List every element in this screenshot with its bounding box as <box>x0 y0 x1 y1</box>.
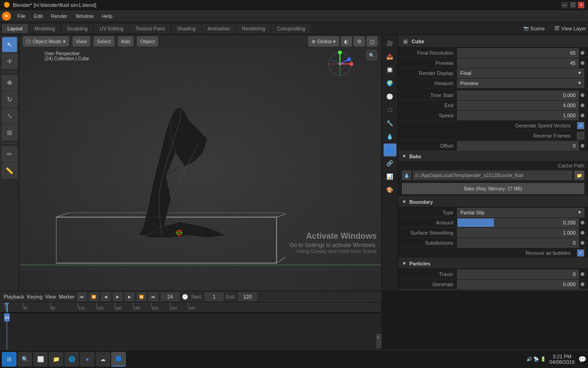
preview-value[interactable]: 45 <box>457 58 579 68</box>
notification-icon[interactable]: 💬 <box>578 356 586 363</box>
offset-value[interactable]: 0 <box>457 141 579 150</box>
blender-logo-menu[interactable]: B <box>2 12 11 21</box>
menu-file[interactable]: File <box>14 12 29 20</box>
prev-frame-btn[interactable]: ⏪ <box>89 293 98 301</box>
titlebar-controls[interactable]: — ☐ ✕ <box>561 2 584 8</box>
first-frame-btn[interactable]: ⏮ <box>77 293 86 301</box>
viewport-canvas[interactable]: 🔍 Activate Windows Go to Settings to act… <box>19 48 381 291</box>
chrome-taskbar[interactable]: ● <box>80 352 95 367</box>
global-transform[interactable]: ⊕ Global ▾ <box>308 36 339 46</box>
remove-air-bubbles-checkbox[interactable]: ✓ <box>577 249 584 257</box>
prop-tab-object[interactable]: ⬡ <box>384 104 396 116</box>
tab-uv-editing[interactable]: UV Editing <box>94 24 129 33</box>
select-tool[interactable]: ↖ <box>2 37 17 52</box>
boundary-section-header[interactable]: ▼ Boundary <box>398 196 588 207</box>
onedrive-taskbar[interactable]: ☁ <box>96 352 110 367</box>
prop-tab-modifiers[interactable]: 🔧 <box>384 117 396 130</box>
viewport-select-btn[interactable]: Select <box>94 36 114 46</box>
file-explorer-taskbar[interactable]: 📁 <box>49 352 63 367</box>
current-frame[interactable]: 24 <box>161 293 179 301</box>
prop-tab-render[interactable]: 🎥 <box>384 37 396 50</box>
transform-tool[interactable]: ⊞ <box>2 125 17 140</box>
play-btn[interactable]: ▶ <box>113 293 122 301</box>
tab-layout[interactable]: Layout <box>2 24 28 33</box>
tab-texture-paint[interactable]: Texture Paint <box>130 24 170 33</box>
generate-value[interactable]: 0.000 <box>457 280 579 289</box>
prop-tab-world[interactable]: ⚪ <box>384 90 396 103</box>
cache-path-input[interactable]: //..\AppData\Local\Temp\blender_a15120\c… <box>413 171 572 180</box>
prop-tab-particles[interactable]: 💧 <box>384 130 396 143</box>
task-view-button[interactable]: ⬜ <box>33 352 48 367</box>
final-res-value[interactable]: 65 <box>457 48 579 58</box>
render-display-select[interactable]: Final ▾ <box>457 69 584 78</box>
rotate-tool[interactable]: ↻ <box>2 92 17 107</box>
annotate-tool[interactable]: ✏ <box>2 146 17 162</box>
type-select[interactable]: Partial Slip ▾ <box>457 208 584 217</box>
speed-value[interactable]: 1.000 <box>457 111 579 120</box>
bake-button[interactable]: Bake (Req. Memory: 27 MB) <box>402 183 584 194</box>
object-mode-select[interactable]: ⬡ Object Mode ▾ <box>23 36 69 46</box>
browse-folder-button[interactable]: 📁 <box>574 171 584 180</box>
keying-menu[interactable]: Keying <box>27 294 43 299</box>
amount-bar[interactable]: 0.200 <box>457 218 579 227</box>
maximize-button[interactable]: ☐ <box>570 2 576 8</box>
prop-tab-physics[interactable]: 🌀 <box>384 144 396 156</box>
prop-tab-constraints[interactable]: 🔗 <box>384 157 396 170</box>
world-section-header[interactable]: ▼ World <box>398 289 588 291</box>
particles-section-header[interactable]: ▼ Particles <box>398 258 588 269</box>
tab-animation[interactable]: Animation <box>202 24 236 33</box>
last-frame-btn[interactable]: ⏭ <box>149 293 158 301</box>
viewport-side-controls[interactable]: 🔍 <box>367 50 377 60</box>
start-frame[interactable]: 1 <box>205 293 223 301</box>
view-menu[interactable]: View <box>45 294 56 299</box>
surface-smooth-value[interactable]: 1.000 <box>457 228 579 237</box>
move-tool[interactable]: ✥ <box>2 75 17 91</box>
menu-window[interactable]: Window <box>72 12 97 20</box>
tab-sculpting[interactable]: Sculpting <box>62 24 93 33</box>
subdivisions-value[interactable]: 0 <box>457 238 579 247</box>
prop-tab-scene[interactable]: 🌍 <box>384 77 396 90</box>
close-button[interactable]: ✕ <box>578 2 584 8</box>
tab-shading[interactable]: Shading <box>171 24 201 33</box>
marker-menu[interactable]: Marker <box>59 294 74 299</box>
nav-gizmo[interactable] <box>326 50 354 79</box>
reverse-frames-checkbox[interactable] <box>577 132 584 139</box>
zoom-icon[interactable]: 🔍 <box>367 50 377 60</box>
menu-edit[interactable]: Edit <box>30 12 46 20</box>
viewport-select[interactable]: Preview ▾ <box>457 79 584 88</box>
tab-compositing[interactable]: Compositing <box>271 24 311 33</box>
viewport-object-btn[interactable]: Object <box>137 36 158 46</box>
timeline-scroll-right[interactable]: › <box>377 334 381 348</box>
scene-selector[interactable]: 📷 Scene 🎬 View Layer <box>523 26 586 31</box>
minimize-button[interactable]: — <box>561 2 568 8</box>
time-start-value[interactable]: 0.000 <box>457 91 579 100</box>
end-frame[interactable]: 120 <box>238 293 257 301</box>
edge-taskbar[interactable]: 🌐 <box>64 352 79 367</box>
gen-speed-checkbox[interactable]: ✓ <box>577 122 584 129</box>
prop-tab-view-layer[interactable]: 🔲 <box>384 63 396 76</box>
viewport-gizmos[interactable]: ⚙ <box>354 36 365 46</box>
prev-keyframe-btn[interactable]: ◀ <box>101 293 110 301</box>
cursor-tool[interactable]: ✛ <box>2 53 17 69</box>
blender-taskbar[interactable]: 🔵 <box>111 352 126 367</box>
menu-render[interactable]: Render <box>47 12 71 20</box>
prop-tab-material[interactable]: 🎨 <box>384 184 396 196</box>
viewport-overlays[interactable]: ◐ <box>341 36 352 46</box>
start-button[interactable]: ⊞ <box>2 352 17 367</box>
tab-modeling[interactable]: Modeling <box>29 24 61 33</box>
bake-section-header[interactable]: ▼ Bake <box>398 151 588 162</box>
viewport[interactable]: ⬡ Object Mode ▾ View Select Add Object ⊕… <box>19 35 381 291</box>
viewport-add-btn[interactable]: Add <box>118 36 134 46</box>
scale-tool[interactable]: ⤡ <box>2 108 17 124</box>
prop-tab-output[interactable]: 📤 <box>384 50 396 63</box>
playback-menu[interactable]: Playback <box>4 294 24 299</box>
next-frame-btn[interactable]: ⏩ <box>137 293 146 301</box>
menu-help[interactable]: Help <box>98 12 116 20</box>
next-keyframe-btn[interactable]: ▶ <box>125 293 134 301</box>
viewport-view-btn[interactable]: View <box>73 36 90 46</box>
tab-rendering[interactable]: Rendering <box>236 24 271 33</box>
prop-tab-data[interactable]: 📊 <box>384 170 396 183</box>
search-button[interactable]: 🔍 <box>17 352 32 367</box>
viewport-shading[interactable]: ◫ <box>367 36 378 46</box>
tracer-value[interactable]: 0 <box>457 270 579 279</box>
